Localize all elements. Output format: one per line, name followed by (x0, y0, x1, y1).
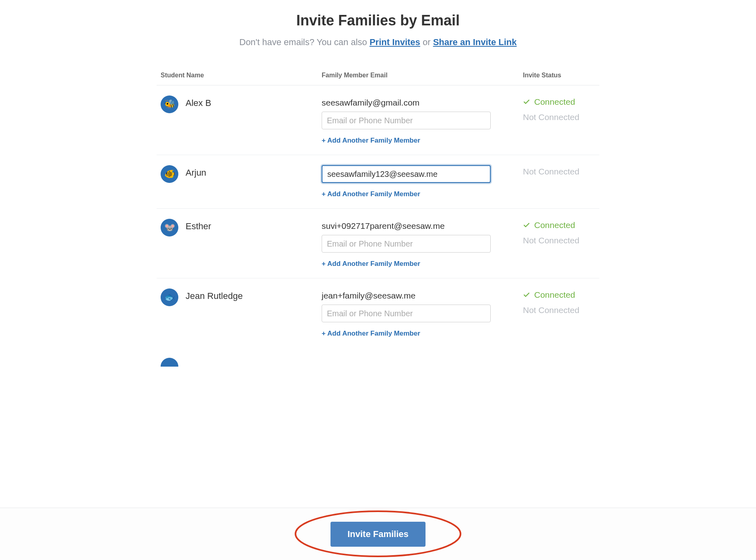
status-label: Not Connected (523, 112, 579, 122)
check-icon (523, 291, 530, 299)
header-invite-status: Invite Status (523, 72, 595, 79)
status-not-connected: Not Connected (523, 236, 595, 245)
status-connected: Connected (523, 290, 595, 300)
add-family-member-button[interactable]: + Add Another Family Member (322, 326, 523, 338)
status-label: Connected (534, 290, 575, 300)
footer-bar: Invite Families (0, 508, 756, 560)
avatar: 🐠 (161, 165, 178, 183)
status-not-connected: Not Connected (523, 112, 595, 122)
page-subtitle: Don't have emails? You can also Print In… (157, 37, 599, 48)
table-header: Student Name Family Member Email Invite … (157, 72, 599, 85)
status-label: Connected (534, 97, 575, 107)
invite-families-button[interactable]: Invite Families (330, 522, 426, 547)
table-row: 🐟Jean Rutledgejean+family@seesaw.me+ Add… (157, 278, 599, 348)
header-student-name: Student Name (161, 72, 322, 79)
status-label: Connected (534, 220, 575, 230)
status-label: Not Connected (523, 236, 579, 245)
page-title: Invite Families by Email (157, 12, 599, 29)
add-family-member-button[interactable]: + Add Another Family Member (322, 187, 523, 198)
email-input[interactable] (322, 165, 491, 183)
table-row-partial (157, 348, 599, 367)
subtitle-mid: or (420, 37, 433, 47)
status-not-connected: Not Connected (523, 305, 595, 315)
avatar: 🐭 (161, 219, 178, 236)
check-icon (523, 222, 530, 229)
table-row: 🐭Esthersuvi+092717parent@seesaw.me+ Add … (157, 209, 599, 278)
student-name: Arjun (186, 165, 206, 178)
print-invites-link[interactable]: Print Invites (370, 37, 420, 47)
table-row: 🐝Alex Bseesawfamily@gmail.com+ Add Anoth… (157, 85, 599, 155)
student-name: Jean Rutledge (186, 288, 243, 301)
status-connected: Connected (523, 97, 595, 107)
email-input[interactable] (322, 305, 491, 322)
table-row: 🐠Arjun+ Add Another Family MemberNot Con… (157, 155, 599, 209)
add-family-member-button[interactable]: + Add Another Family Member (322, 133, 523, 145)
avatar: 🐝 (161, 95, 178, 113)
email-display: seesawfamily@gmail.com (322, 95, 523, 112)
status-connected: Connected (523, 220, 595, 230)
email-input[interactable] (322, 235, 491, 253)
email-input[interactable] (322, 112, 491, 129)
email-display: jean+family@seesaw.me (322, 288, 523, 305)
add-family-member-button[interactable]: + Add Another Family Member (322, 257, 523, 268)
status-label: Not Connected (523, 167, 579, 176)
status-not-connected: Not Connected (523, 167, 595, 176)
student-name: Alex B (186, 95, 211, 108)
subtitle-pre: Don't have emails? You can also (240, 37, 370, 47)
check-icon (523, 98, 530, 106)
email-display: suvi+092717parent@seesaw.me (322, 219, 523, 235)
header-family-email: Family Member Email (322, 72, 523, 79)
status-label: Not Connected (523, 305, 579, 315)
student-name: Esther (186, 219, 211, 232)
avatar (161, 358, 178, 367)
share-invite-link[interactable]: Share an Invite Link (433, 37, 517, 47)
avatar: 🐟 (161, 288, 178, 306)
